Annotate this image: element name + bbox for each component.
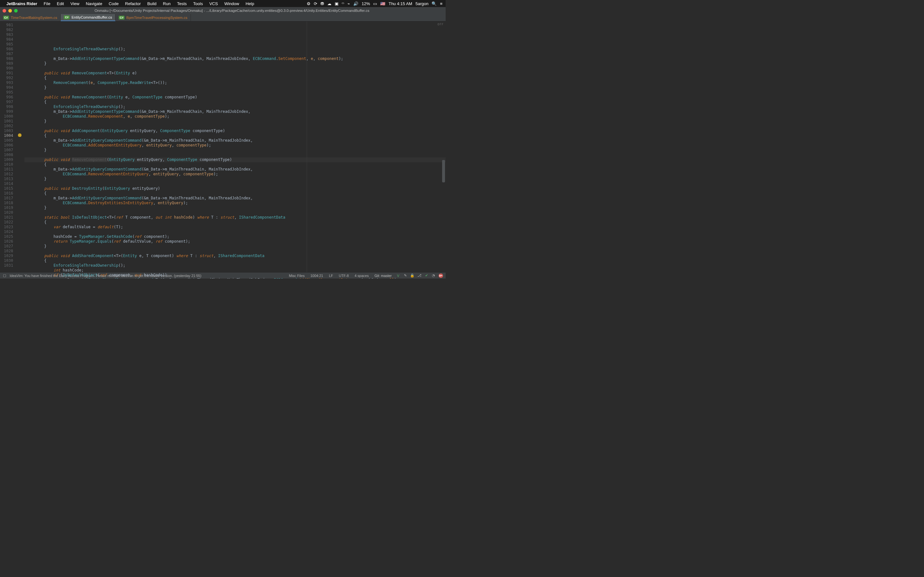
- line-number: 1014: [0, 181, 13, 186]
- code-line[interactable]: }: [24, 244, 446, 249]
- fold-cell: [18, 186, 24, 191]
- code-line[interactable]: public void AddSharedComponent<T>(Entity…: [24, 253, 446, 258]
- menu-file[interactable]: File: [44, 1, 50, 6]
- menu-icon[interactable]: ≡: [440, 1, 443, 6]
- line-number: 1027: [0, 244, 13, 249]
- wifi-icon[interactable]: ⌔: [342, 1, 344, 6]
- fold-cell: [18, 32, 24, 37]
- fold-cell: [18, 133, 24, 138]
- input-flag-icon[interactable]: 🇺🇸: [380, 1, 385, 6]
- code-line[interactable]: }: [24, 61, 446, 66]
- displays-icon[interactable]: ▣: [334, 1, 338, 6]
- menu-vcs[interactable]: VCS: [209, 1, 218, 6]
- code-line[interactable]: }: [24, 177, 446, 181]
- menu-run[interactable]: Run: [163, 1, 171, 6]
- code-line[interactable]: var defaultValue = default(T);: [24, 225, 446, 229]
- scrollbar-thumb[interactable]: [442, 160, 445, 182]
- code-line[interactable]: [24, 181, 446, 186]
- menu-build[interactable]: Build: [147, 1, 157, 6]
- code-line[interactable]: m_Data->AddEntityComponentTypeCommand(&m…: [24, 109, 446, 114]
- code-line[interactable]: public void RemoveComponent<T>(Entity e): [24, 71, 446, 76]
- code-line[interactable]: return TypeManager.Equals(ref defaultVal…: [24, 239, 446, 244]
- menu-tests[interactable]: Tests: [177, 1, 187, 6]
- fold-cell: [18, 124, 24, 129]
- code-line[interactable]: if (IsDefaultObject(ref component, out h…: [24, 273, 446, 277]
- zoom-window-button[interactable]: [14, 9, 18, 13]
- code-line[interactable]: hashCode = TypeManager.GetHashCode(ref c…: [24, 234, 446, 239]
- code-line[interactable]: {: [24, 258, 446, 263]
- code-line[interactable]: ECBCommand.DestroyEntitiesInEntityQuery,…: [24, 201, 446, 205]
- code-line[interactable]: ECBCommand.RemoveComponent, e, component…: [24, 114, 446, 119]
- close-window-button[interactable]: [3, 9, 6, 13]
- code-line[interactable]: [24, 210, 446, 215]
- volume-icon[interactable]: 🔊: [353, 1, 359, 6]
- code-line[interactable]: EnforceSingleThreadOwnership();: [24, 105, 446, 109]
- code-line[interactable]: [24, 66, 446, 71]
- code-line[interactable]: [24, 249, 446, 253]
- menu-refactor[interactable]: Refactor: [125, 1, 141, 6]
- code-line[interactable]: public void RemoveComponent(Entity e, Co…: [24, 95, 446, 100]
- battery-label[interactable]: 12%: [362, 1, 370, 6]
- code-line[interactable]: EnforceSingleThreadOwnership();: [24, 263, 446, 268]
- code-line[interactable]: {: [24, 162, 446, 167]
- vertical-scrollbar[interactable]: [442, 22, 445, 271]
- fold-cell: [18, 105, 24, 109]
- menu-view[interactable]: View: [70, 1, 79, 6]
- bluetooth-icon[interactable]: ⌁: [347, 1, 350, 6]
- code-line[interactable]: m_Data->AddEntityQueryComponentCommand(&…: [24, 167, 446, 172]
- code-line[interactable]: RemoveComponent(e, ComponentType.ReadWri…: [24, 81, 446, 85]
- code-line[interactable]: [24, 229, 446, 234]
- app-name[interactable]: JetBrains Rider: [6, 1, 37, 6]
- tab-timetravelbakingsystem-cs[interactable]: C#TimeTravelBakingSystem.cs: [0, 14, 61, 21]
- code-area[interactable]: OFF EnforceSingleThreadOwnership(); m_Da…: [24, 21, 446, 272]
- code-line[interactable]: }: [24, 119, 446, 124]
- battery-icon[interactable]: ▭: [373, 1, 377, 6]
- dropbox-icon[interactable]: ⛃: [320, 1, 324, 6]
- code-line[interactable]: m_Data->AddEntityQueryComponentCommand(&…: [24, 138, 446, 143]
- tab-label: TimeTravelBakingSystem.cs: [11, 16, 57, 19]
- unity-icon[interactable]: ⚙: [307, 1, 310, 6]
- code-line[interactable]: [24, 124, 446, 129]
- tab-entitycommandbuffer-cs[interactable]: C#EntityCommandBuffer.cs: [61, 14, 115, 21]
- code-line[interactable]: EnforceSingleThreadOwnership();: [24, 47, 446, 52]
- code-line[interactable]: m_Data->AddEntityQueryComponentCommand(&…: [24, 196, 446, 201]
- menu-help[interactable]: Help: [246, 1, 254, 6]
- clock-label[interactable]: Thu 4:15 AM: [389, 1, 412, 6]
- minimize-window-button[interactable]: [8, 9, 12, 13]
- code-line[interactable]: ECBCommand.AddComponentEntityQuery, enti…: [24, 143, 446, 148]
- code-line[interactable]: m_Data->AddEntityComponentTypeCommand(&m…: [24, 56, 446, 61]
- code-line[interactable]: ECBCommand.RemoveComponentEntityQuery, e…: [24, 172, 446, 177]
- code-line[interactable]: {: [24, 191, 446, 196]
- code-line[interactable]: {: [24, 220, 446, 225]
- code-line[interactable]: }: [24, 205, 446, 210]
- code-line[interactable]: {: [24, 76, 446, 81]
- code-line[interactable]: [24, 90, 446, 95]
- code-line[interactable]: int hashCode;: [24, 268, 446, 273]
- search-icon[interactable]: 🔍: [431, 1, 437, 6]
- code-line[interactable]: [24, 153, 446, 157]
- menu-code[interactable]: Code: [109, 1, 119, 6]
- menu-edit[interactable]: Edit: [57, 1, 64, 6]
- user-label[interactable]: 5argon: [415, 1, 428, 6]
- cloud-icon[interactable]: ☁: [327, 1, 331, 6]
- code-line[interactable]: }: [24, 85, 446, 90]
- tool-window-icon[interactable]: ▢: [3, 274, 6, 277]
- code-line[interactable]: public void AddComponent(EntityQuery ent…: [24, 129, 446, 133]
- code-line[interactable]: static bool IsDefaultObject<T>(ref T com…: [24, 215, 446, 220]
- menu-tools[interactable]: Tools: [193, 1, 203, 6]
- menu-window[interactable]: Window: [224, 1, 239, 6]
- fold-cell: [18, 109, 24, 114]
- tab-label: BpmTimeTravelProcessingSystem.cs: [126, 16, 187, 19]
- code-line[interactable]: public void RemoveComponent(EntityQuery …: [24, 157, 446, 162]
- code-line[interactable]: [24, 52, 446, 56]
- code-line[interactable]: }: [24, 148, 446, 153]
- line-number: 998: [0, 105, 13, 109]
- code-line[interactable]: public void DestroyEntity(EntityQuery en…: [24, 186, 446, 191]
- tab-bpmtimetravelprocessingsystem-cs[interactable]: C#BpmTimeTravelProcessingSystem.cs: [115, 14, 191, 21]
- intention-bulb-icon[interactable]: [18, 133, 21, 137]
- code-line[interactable]: {: [24, 133, 446, 138]
- code-line[interactable]: {: [24, 100, 446, 105]
- menu-navigate[interactable]: Navigate: [86, 1, 102, 6]
- sync-icon[interactable]: ⟳: [314, 1, 317, 6]
- code-line[interactable]: m_Data->AddEntitySharedComponentCommand<…: [24, 277, 446, 279]
